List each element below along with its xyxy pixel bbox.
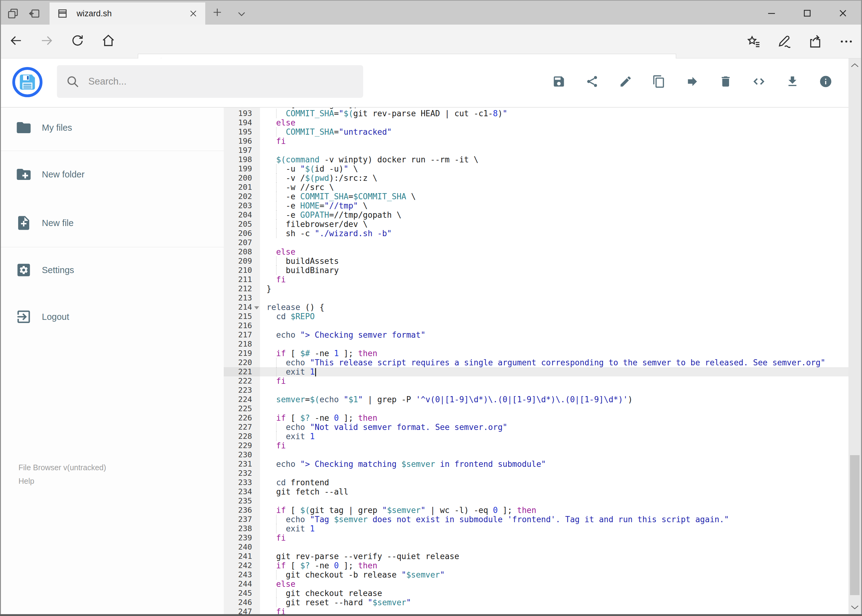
maximize-icon[interactable] (801, 7, 813, 19)
share-icon[interactable] (808, 34, 823, 49)
home-icon[interactable] (101, 33, 116, 48)
sidebar-item-logout[interactable]: Logout (0, 298, 224, 335)
code-line[interactable]: 201 -w //src \ (224, 183, 848, 192)
share-action-icon[interactable] (585, 74, 599, 89)
back-icon[interactable] (9, 33, 24, 48)
code-line[interactable]: 225 (224, 404, 848, 413)
code-line[interactable]: 227 echo "Not valid semver format. See s… (224, 423, 848, 432)
code-line[interactable]: 202 -e COMMIT_SHA=$COMMIT_SHA \ (224, 192, 848, 201)
set-tabs-aside-icon[interactable] (28, 7, 41, 20)
code-line[interactable]: 216 (224, 321, 848, 330)
new-tab-icon[interactable] (212, 7, 223, 18)
code-action-icon[interactable] (752, 74, 766, 89)
scroll-down-icon[interactable] (850, 602, 860, 612)
edit-action-icon[interactable] (619, 74, 633, 89)
code-line[interactable]: 200 -v /$(pwd):/src:z \ (224, 173, 848, 183)
code-line[interactable]: 196 fi (224, 137, 848, 146)
tab-preview-icon[interactable] (7, 7, 19, 20)
code-line[interactable]: 239 fi (224, 533, 848, 542)
code-line[interactable]: 212} (224, 284, 848, 293)
code-line[interactable]: 199 -u "$(id -u)" \ (224, 164, 848, 173)
forward-icon[interactable] (39, 33, 54, 48)
code-line[interactable]: 228 exit 1 (224, 432, 848, 441)
more-options-icon[interactable] (838, 34, 854, 49)
code-line[interactable]: 209 buildAssets (224, 256, 848, 266)
filebrowser-logo[interactable] (12, 67, 43, 97)
line-number: 203 (224, 201, 260, 211)
code-line[interactable]: 219 if [ $# -ne 1 ]; then (224, 349, 848, 358)
code-line[interactable]: 215 cd $REPO (224, 312, 848, 321)
code-line[interactable]: 213 (224, 293, 848, 303)
scrollbar-thumb[interactable] (850, 455, 860, 595)
annotate-pen-icon[interactable] (777, 34, 793, 49)
code-line[interactable]: 235 (224, 497, 848, 506)
code-line[interactable]: 231 echo "> Checking matching $semver in… (224, 459, 848, 469)
code-line[interactable]: 221 exit 1 (224, 367, 848, 376)
code-line[interactable]: 240 (224, 542, 848, 552)
tab-title: wizard.sh (77, 9, 189, 19)
code-line[interactable]: 247 fi (224, 607, 848, 614)
search-box[interactable] (57, 65, 363, 98)
code-line[interactable]: 211 fi (224, 275, 848, 284)
code-line[interactable]: 241 git rev-parse --verify --quiet relea… (224, 552, 848, 561)
code-editor[interactable]: 192 if [ -d ./.git ]; then193 COMMIT_SHA… (224, 108, 848, 614)
close-tab-icon[interactable] (189, 9, 198, 18)
code-line[interactable]: 234 git fetch --all (224, 487, 848, 497)
fold-arrow-icon[interactable] (254, 306, 259, 310)
browser-tab[interactable]: wizard.sh (50, 2, 205, 25)
code-line[interactable]: 197 (224, 146, 848, 155)
download-action-icon[interactable] (785, 74, 799, 89)
code-line[interactable]: 223 (224, 386, 848, 395)
code-line[interactable]: 244 else (224, 580, 848, 589)
code-line[interactable]: 214release () { (224, 303, 848, 312)
code-line[interactable]: 226 if [ $? -ne 0 ]; then (224, 413, 848, 423)
code-line[interactable]: 203 -e HOME="//tmp" \ (224, 201, 848, 211)
code-line[interactable]: 230 (224, 450, 848, 459)
code-line[interactable]: 220 echo "This release script requires a… (224, 358, 848, 367)
code-line[interactable]: 224 semver=$(echo "$1" | grep -P '^v(0|[… (224, 395, 848, 404)
tab-list-chevron-icon[interactable] (236, 9, 247, 19)
code-line[interactable]: 245 git checkout release (224, 589, 848, 598)
sidebar-item-new-file[interactable]: New file (0, 204, 224, 241)
code-line[interactable]: 233 cd frontend (224, 478, 848, 487)
code-line[interactable]: 206 sh -c "./wizard.sh -b" (224, 229, 848, 238)
code-line[interactable]: 218 (224, 339, 848, 349)
indent-guide (276, 127, 277, 137)
info-action-icon[interactable] (819, 74, 833, 89)
code-line[interactable]: 242 if [ $? -ne 0 ]; then (224, 561, 848, 570)
code-line[interactable]: 205 filebrowser/dev \ (224, 220, 848, 229)
code-line[interactable]: 198 $(command -v winpty) docker run --rm… (224, 155, 848, 164)
favorites-hub-icon[interactable] (746, 34, 762, 49)
code-line[interactable]: 246 git reset --hard "$semver" (224, 598, 848, 607)
vertical-scrollbar[interactable] (848, 58, 861, 614)
sidebar-item-my-files[interactable]: My files (0, 109, 224, 146)
copy-action-icon[interactable] (652, 74, 666, 89)
code-line[interactable]: 194 else (224, 118, 848, 127)
code-line[interactable]: 193 COMMIT_SHA="$(git rev-parse HEAD | c… (224, 109, 848, 118)
code-line[interactable]: 207 (224, 238, 848, 247)
code-line[interactable]: 204 -e GOPATH=//tmp/gopath \ (224, 211, 848, 220)
minimize-icon[interactable] (766, 7, 777, 19)
line-number: 226 (224, 413, 260, 423)
help-link[interactable]: Help (19, 474, 106, 488)
sidebar-item-new-folder[interactable]: New folder (0, 156, 224, 193)
code-line[interactable]: 236 if [ $(git tag | grep "$semver" | wc… (224, 506, 848, 515)
move-action-icon[interactable] (686, 74, 700, 89)
code-line[interactable]: 222 fi (224, 376, 848, 386)
code-line[interactable]: 210 buildBinary (224, 266, 848, 275)
code-line[interactable]: 195 COMMIT_SHA="untracked" (224, 127, 848, 137)
sidebar-item-settings[interactable]: Settings (0, 251, 224, 289)
code-line[interactable]: 243 git checkout -b release "$semver" (224, 570, 848, 580)
code-line[interactable]: 238 exit 1 (224, 524, 848, 533)
close-window-icon[interactable] (837, 7, 849, 19)
refresh-icon[interactable] (70, 33, 85, 48)
save-action-icon[interactable] (552, 74, 566, 89)
search-input[interactable] (88, 75, 355, 87)
code-line[interactable]: 208 else (224, 247, 848, 256)
delete-action-icon[interactable] (719, 74, 733, 89)
code-line[interactable]: 217 echo "> Checking semver format" (224, 330, 848, 339)
code-line[interactable]: 237 echo "Tag $semver does not exist in … (224, 515, 848, 524)
code-line[interactable]: 232 (224, 469, 848, 478)
code-line[interactable]: 229 fi (224, 441, 848, 450)
scroll-up-icon[interactable] (850, 61, 860, 70)
